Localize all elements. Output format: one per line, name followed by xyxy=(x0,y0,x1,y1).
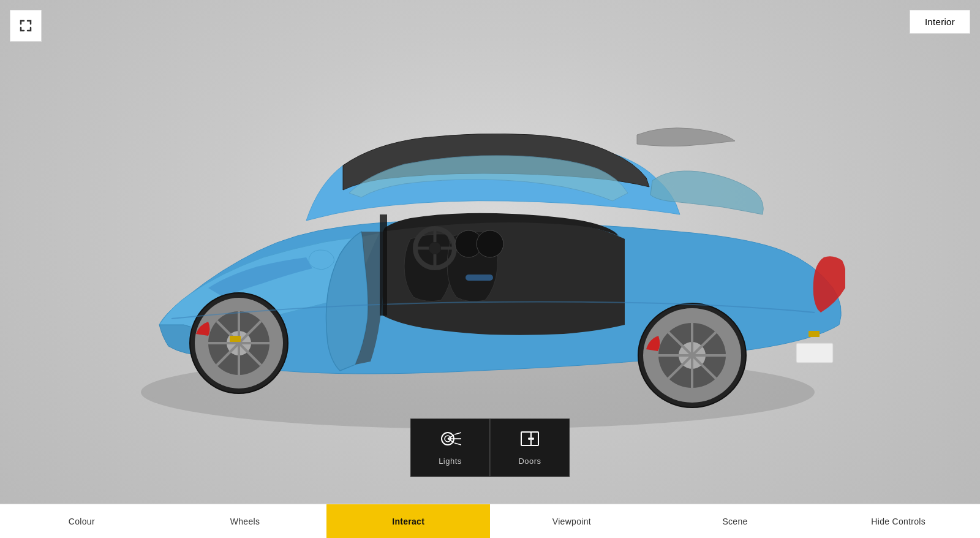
svg-point-35 xyxy=(532,438,534,440)
fullscreen-button[interactable] xyxy=(10,10,42,42)
lights-button[interactable]: Lights xyxy=(410,419,490,477)
svg-rect-28 xyxy=(466,275,493,281)
car-model xyxy=(49,31,845,447)
svg-point-18 xyxy=(429,242,441,254)
doors-label: Doors xyxy=(518,457,541,466)
svg-rect-29 xyxy=(380,214,387,316)
nav-item-hide-controls[interactable]: Hide Controls xyxy=(816,504,980,538)
doors-button[interactable]: Doors xyxy=(490,419,570,477)
svg-rect-25 xyxy=(230,336,241,342)
svg-point-34 xyxy=(528,438,530,440)
lights-label: Lights xyxy=(439,457,462,466)
interior-button[interactable]: Interior xyxy=(910,10,970,34)
svg-point-24 xyxy=(477,230,503,257)
nav-item-viewpoint[interactable]: Viewpoint xyxy=(490,504,654,538)
nav-item-scene[interactable]: Scene xyxy=(654,504,817,538)
fullscreen-icon xyxy=(18,18,33,33)
nav-item-interact[interactable]: Interact xyxy=(326,504,490,538)
nav-item-colour[interactable]: Colour xyxy=(0,504,164,538)
svg-rect-27 xyxy=(796,343,833,363)
bottom-nav: ColourWheelsInteractViewpointSceneHide C… xyxy=(0,504,980,538)
headlight-icon xyxy=(439,430,461,452)
nav-item-wheels[interactable]: Wheels xyxy=(164,504,327,538)
interact-popup: Lights Doors xyxy=(410,419,570,477)
svg-rect-26 xyxy=(809,331,820,337)
door-icon xyxy=(519,430,541,452)
